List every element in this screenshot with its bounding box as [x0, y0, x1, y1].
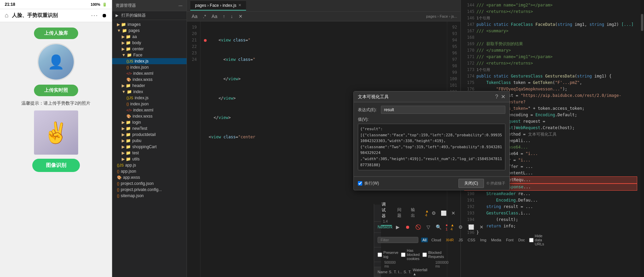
folder-images[interactable]: ▶ 📁 images: [112, 21, 187, 28]
network-maximize-btn[interactable]: ⬜: [439, 210, 448, 217]
scrollbar-thumb[interactable]: [641, 14, 643, 31]
file-sitemap-json[interactable]: {} sitemap.json: [112, 193, 187, 199]
folder-shoppingcart[interactable]: ▶ 📁 shoppingCart: [112, 144, 187, 150]
col-t1[interactable]: T.: [394, 270, 397, 274]
filter-btn[interactable]: ▽: [425, 224, 432, 230]
filter-font[interactable]: Font: [505, 238, 515, 242]
search-btn[interactable]: 🔍: [434, 224, 443, 230]
dialog-value-box: {"result": [{"classname":"Face","top":15…: [358, 124, 505, 170]
col-i[interactable]: I...: [398, 270, 402, 274]
folder-pubu[interactable]: ▶ 📁 pubu: [112, 138, 187, 144]
upload-face-button[interactable]: 上传人脸库: [34, 28, 78, 39]
col-t2[interactable]: T.: [408, 270, 412, 274]
file-index-index-wxss[interactable]: 🎨 index.wxss: [112, 113, 187, 119]
folder-utils[interactable]: ▶ 📁 utils: [112, 156, 187, 162]
folder-icon: ▼ 📁: [122, 53, 132, 57]
folder-face[interactable]: ▼ 📁 Face: [112, 52, 187, 58]
preserve-log-checkbox[interactable]: Preserve log: [378, 250, 398, 259]
file-app-wxss[interactable]: 🎨 app.wxss: [112, 174, 187, 180]
mobile-record-icon[interactable]: ⏺: [102, 13, 107, 19]
wrap-checkbox[interactable]: [358, 181, 362, 186]
tab-issues[interactable]: 问题: [393, 206, 405, 221]
network-settings-btn[interactable]: ⚙: [430, 210, 437, 217]
debugger-bar[interactable]: ▶ 打开的编辑器: [112, 11, 187, 20]
upload-live-button[interactable]: 上传实时照: [34, 85, 78, 96]
blocked-requests-checkbox[interactable]: Blocked Requests: [422, 250, 444, 259]
right-panel-scrollbar[interactable]: [641, 0, 644, 277]
breakpoint-dot[interactable]: [204, 39, 207, 42]
folder-login[interactable]: ▶ 📁 login: [112, 119, 187, 125]
expression-input[interactable]: [381, 106, 505, 114]
col-name[interactable]: Name: [378, 270, 387, 274]
filter-js[interactable]: JS: [457, 238, 464, 242]
folder-index[interactable]: ▼ 📁 index: [112, 89, 187, 95]
folder-center[interactable]: ▶ 📁 center: [112, 46, 187, 52]
nav-down-btn[interactable]: ↓: [229, 13, 234, 20]
regex-btn[interactable]: .*: [202, 13, 207, 20]
case-btn[interactable]: Aa: [210, 13, 219, 20]
timeline-marker-1000: 1000000 ms: [435, 261, 449, 268]
dialog-close-x-btn[interactable]: ✕: [501, 93, 505, 100]
filter-input[interactable]: [378, 237, 418, 243]
close-search-btn[interactable]: ✕: [237, 13, 244, 20]
col-s1[interactable]: S.: [389, 270, 392, 274]
file-app-js[interactable]: {}JS app.js: [112, 162, 187, 168]
folder-pages[interactable]: ▼ 📁 pages: [112, 28, 187, 34]
expand-btn[interactable]: ⬜: [467, 224, 475, 230]
recognize-button[interactable]: 图像识别: [32, 159, 80, 172]
file-index-index-wxml[interactable]: </> index.wxml: [112, 107, 187, 113]
devtools-forward-btn[interactable]: ▶: [395, 224, 401, 230]
file-sitemap-json-label: sitemap.json: [121, 193, 143, 198]
has-blocked-cookies-checkbox[interactable]: Has blocked cookies: [401, 248, 420, 261]
value-label: 值(V):: [358, 117, 505, 122]
home-icon[interactable]: ⌂: [5, 12, 8, 19]
folder-body[interactable]: ▶ 📁 body: [112, 40, 187, 46]
network-close-btn[interactable]: ✕: [450, 210, 457, 217]
close-x-btn[interactable]: ✕: [478, 224, 485, 230]
filter-media[interactable]: Media: [490, 238, 503, 242]
tab-face-index-js[interactable]: pages › Face › index.js ✕: [190, 1, 246, 11]
folder-newtest[interactable]: ▶ 📁 newTest: [112, 125, 187, 132]
file-face-index-js[interactable]: {}JS index.js: [112, 58, 187, 64]
filter-css[interactable]: CSS: [466, 238, 477, 242]
filter-doc[interactable]: Doc: [517, 238, 526, 242]
tab-close-icon[interactable]: ✕: [238, 3, 241, 7]
close-button[interactable]: 关闭(C): [458, 179, 484, 188]
text-visualizer-dialog[interactable]: 文本可视化工具 ? ✕ 表达式(E): 值(V): {"result": [{"…: [353, 91, 510, 190]
mobile-menu-dots[interactable]: ···: [91, 12, 98, 19]
file-project-config-json[interactable]: {} project.config.json: [112, 180, 187, 187]
tab-debugger-label: 调试器: [382, 202, 386, 218]
file-project-private-config-json-label: project.private.config...: [121, 187, 162, 192]
col-waterfall[interactable]: Waterfall ▲: [413, 268, 428, 276]
wrap-checkbox-row[interactable]: 换行(W): [358, 180, 379, 186]
tab-issues-label: 问题: [397, 207, 401, 218]
expression-label: 表达式(E):: [358, 107, 378, 113]
block-btn[interactable]: 🚫: [414, 224, 422, 230]
col-s2[interactable]: S.: [404, 270, 407, 274]
file-project-private-config-json[interactable]: {} project.private.config...: [112, 187, 187, 193]
file-face-index-wxml[interactable]: </> index.wxml: [112, 70, 187, 76]
folder-aa[interactable]: ▶ 📁 aa: [112, 34, 187, 40]
folder-productdetail[interactable]: ▶ 📁 productdetail: [112, 132, 187, 138]
js-icon: {}JS: [126, 96, 133, 100]
tab-output[interactable]: 输出: [407, 206, 419, 221]
file-panel-menu-btn[interactable]: ···: [178, 2, 183, 9]
search-toggle-btn[interactable]: Aa: [190, 13, 199, 20]
filter-cloud[interactable]: Cloud: [430, 238, 442, 242]
folder-test[interactable]: ▶ 📁 test: [112, 150, 187, 156]
dialog-question-btn[interactable]: ?: [495, 94, 498, 100]
network-tab-label[interactable]: Network: [378, 225, 393, 229]
filter-img[interactable]: Img: [479, 238, 488, 242]
filter-all[interactable]: All: [421, 238, 428, 242]
file-index-index-js[interactable]: {}JS index.js: [112, 95, 187, 101]
filter-xhr[interactable]: XHR: [445, 238, 455, 242]
file-index-index-json[interactable]: {} index.json: [112, 101, 187, 107]
folder-header[interactable]: ▶ 📁 header: [112, 83, 187, 89]
hide-data-urls-checkbox[interactable]: Hide data URLs: [529, 234, 544, 246]
file-face-index-json[interactable]: {} index.json: [112, 64, 187, 70]
settings-gear-btn[interactable]: ⚙: [457, 224, 464, 230]
nav-up-btn[interactable]: ↑: [222, 13, 227, 20]
file-app-json[interactable]: {} app.json: [112, 168, 187, 174]
record-btn[interactable]: ⏺: [404, 224, 411, 230]
file-face-index-wxss[interactable]: 🎨 index.wxss: [112, 76, 187, 83]
